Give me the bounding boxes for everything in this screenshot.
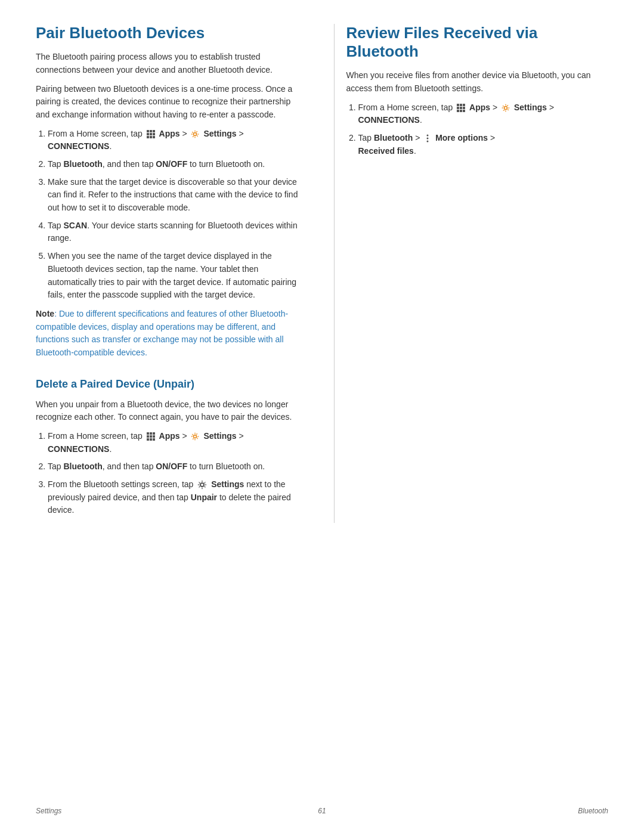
svg-rect-24 xyxy=(457,107,459,109)
apps-label-3: Apps xyxy=(469,103,490,112)
more-options-icon xyxy=(422,133,435,143)
svg-rect-13 xyxy=(147,435,149,438)
list-item: Tap Bluetooth > More options > Received … xyxy=(358,132,609,157)
svg-rect-12 xyxy=(153,432,155,435)
footer-center: 61 xyxy=(318,806,326,816)
settings-label: Settings xyxy=(203,129,236,138)
footer-left: Settings xyxy=(36,806,61,816)
list-item: When you see the name of the target devi… xyxy=(48,250,298,302)
bluetooth-label-3: Bluetooth xyxy=(374,133,413,143)
bluetooth-label: Bluetooth xyxy=(63,159,102,169)
svg-rect-26 xyxy=(463,107,465,109)
svg-rect-28 xyxy=(460,110,462,112)
bluetooth-label-2: Bluetooth xyxy=(63,462,102,471)
received-files-label: Received files xyxy=(358,146,414,156)
svg-point-32 xyxy=(427,138,429,140)
connections-label-3: CONNECTIONS xyxy=(358,115,420,125)
svg-rect-8 xyxy=(153,136,155,138)
list-item: Make sure that the target device is disc… xyxy=(48,176,298,215)
svg-rect-15 xyxy=(153,435,155,438)
list-item: From a Home screen, tap xyxy=(358,101,609,127)
scan-label: SCAN xyxy=(63,221,87,230)
settings-gear-icon-3 xyxy=(500,103,514,112)
svg-rect-4 xyxy=(150,133,152,135)
delete-intro: When you unpair from a Bluetooth device,… xyxy=(36,398,298,424)
review-intro: When you receive files from another devi… xyxy=(346,69,609,95)
list-item: From the Bluetooth settings screen, tap xyxy=(48,478,298,517)
review-files-title-line1: Review Files Received via xyxy=(346,24,538,42)
list-item: From a Home screen, tap xyxy=(48,430,298,456)
svg-point-9 xyxy=(194,132,197,135)
svg-point-19 xyxy=(194,435,197,438)
delete-steps-list: From a Home screen, tap xyxy=(48,430,298,517)
svg-point-31 xyxy=(427,135,429,137)
apps-label: Apps xyxy=(159,129,180,138)
svg-rect-2 xyxy=(153,130,155,132)
two-column-layout: Pair Bluetooth Devices The Bluetooth pai… xyxy=(36,24,608,523)
pair-intro-1: The Bluetooth pairing process allows you… xyxy=(36,51,298,76)
settings-gear-icon-2 xyxy=(189,431,203,441)
onoff-label-2: ON/OFF xyxy=(156,462,187,471)
connections-label: CONNECTIONS xyxy=(48,141,109,151)
connections-label-2: CONNECTIONS xyxy=(48,444,109,454)
settings-label-2: Settings xyxy=(203,431,236,441)
pair-bluetooth-title: Pair Bluetooth Devices xyxy=(36,24,298,42)
svg-rect-1 xyxy=(150,130,152,132)
note-paragraph: Note: Due to different specifications an… xyxy=(36,308,298,360)
pair-intro-2: Pairing between two Bluetooth devices is… xyxy=(36,83,298,122)
apps-label-2: Apps xyxy=(159,431,180,441)
svg-point-20 xyxy=(200,483,204,487)
pair-steps-list: From a Home screen, tap xyxy=(48,128,298,302)
svg-rect-25 xyxy=(460,107,462,109)
unpair-label: Unpair xyxy=(191,493,217,502)
settings-gear-icon xyxy=(189,129,203,138)
svg-rect-16 xyxy=(147,438,149,441)
left-column: Pair Bluetooth Devices The Bluetooth pai… xyxy=(36,24,310,523)
onoff-label: ON/OFF xyxy=(156,159,187,169)
review-files-title-line2: Bluetooth xyxy=(346,42,419,60)
svg-rect-17 xyxy=(150,438,152,441)
svg-rect-29 xyxy=(463,110,465,112)
svg-rect-11 xyxy=(150,432,152,435)
svg-rect-23 xyxy=(463,104,465,106)
svg-rect-6 xyxy=(147,136,149,138)
gear-settings-icon xyxy=(196,479,211,489)
svg-rect-5 xyxy=(153,133,155,135)
svg-point-33 xyxy=(427,141,429,143)
review-files-title: Review Files Received via Bluetooth xyxy=(346,24,609,61)
list-item: Tap SCAN. Your device starts scanning fo… xyxy=(48,219,298,245)
svg-rect-14 xyxy=(150,435,152,438)
apps-icon-3 xyxy=(455,103,469,112)
delete-paired-title: Delete a Paired Device (Unpair) xyxy=(36,376,298,392)
apps-icon xyxy=(145,129,159,138)
page: Pair Bluetooth Devices The Bluetooth pai… xyxy=(0,0,644,833)
note-body: : Due to different specifications and fe… xyxy=(36,309,288,357)
settings-label-3: Settings xyxy=(211,479,244,489)
right-column: Review Files Received via Bluetooth When… xyxy=(334,24,609,523)
svg-rect-21 xyxy=(457,104,459,106)
settings-label-4: Settings xyxy=(514,103,547,112)
list-item: Tap Bluetooth, and then tap ON/OFF to tu… xyxy=(48,460,298,473)
list-item: Tap Bluetooth, and then tap ON/OFF to tu… xyxy=(48,158,298,171)
svg-rect-7 xyxy=(150,136,152,138)
svg-rect-18 xyxy=(153,438,155,441)
svg-rect-22 xyxy=(460,104,462,106)
svg-rect-10 xyxy=(147,432,149,435)
note-label: Note xyxy=(36,309,54,318)
svg-rect-27 xyxy=(457,110,459,112)
footer-right: Bluetooth xyxy=(578,806,608,816)
svg-rect-0 xyxy=(147,130,149,132)
svg-rect-3 xyxy=(147,133,149,135)
svg-point-30 xyxy=(504,107,507,110)
list-item: From a Home screen, tap xyxy=(48,128,298,153)
apps-icon-2 xyxy=(145,431,159,441)
review-steps-list: From a Home screen, tap xyxy=(358,101,609,158)
more-options-label: More options xyxy=(435,133,488,143)
